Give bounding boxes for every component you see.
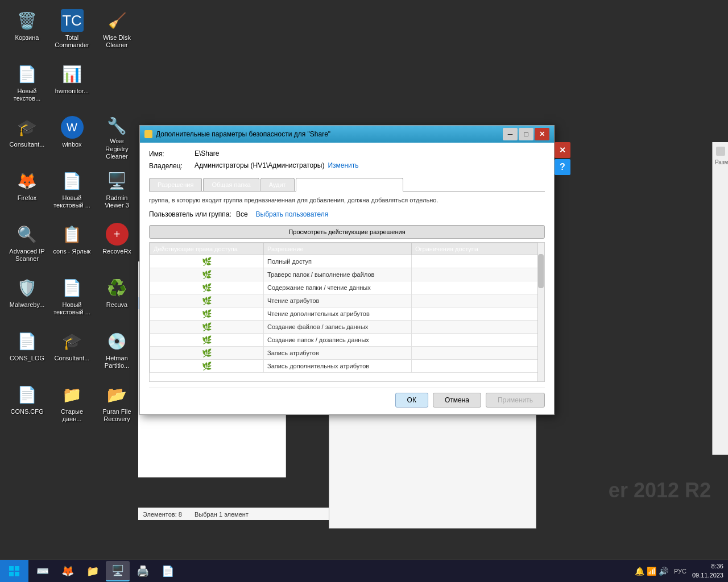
tray-icon-1: 🔔 bbox=[635, 567, 644, 576]
name-label: Имя: bbox=[149, 149, 195, 158]
dialog-titlebar: Дополнительные параметры безопасности дл… bbox=[140, 126, 554, 143]
icon-cons-cfg[interactable]: 📄 CONS.CFG bbox=[6, 380, 48, 431]
perm-row-4-restrict bbox=[412, 307, 544, 321]
dialog-minimize-button[interactable]: ─ bbox=[503, 128, 518, 140]
icon-cons-log[interactable]: 📄 CONS_LOG bbox=[6, 326, 48, 377]
icon-total-commander[interactable]: TC Total Commander bbox=[51, 6, 93, 57]
icon-newtext-label: Новый текстов... bbox=[8, 88, 46, 102]
icon-olddata-label: Старые данн... bbox=[53, 408, 91, 423]
dialog-title-text: Дополнительные параметры безопасности дл… bbox=[156, 130, 503, 138]
icon-wrc-label: Wise Registry Cleaner bbox=[98, 138, 136, 160]
tab-permissions[interactable]: Разрешения bbox=[149, 178, 202, 191]
perm-row-6-label: Создание папок / дозапись данных bbox=[264, 334, 412, 347]
taskbar-active[interactable]: 🖥️ bbox=[106, 561, 130, 581]
perm-row-8: 🌿 Запись дополнительных атрибутов bbox=[150, 360, 544, 373]
tab-audit[interactable]: Аудит bbox=[260, 178, 295, 191]
svg-rect-0 bbox=[9, 566, 14, 571]
dialog-controls: ─ □ ✕ bbox=[503, 128, 549, 140]
taskbar-cmd[interactable]: ⌨️ bbox=[31, 561, 55, 581]
icon-old-data[interactable]: 📁 Старые данн... bbox=[51, 380, 93, 431]
tab-shared-folder[interactable]: Общая папка bbox=[203, 178, 259, 191]
view-permissions-button[interactable]: Просмотреть действующие разрешения bbox=[149, 225, 545, 239]
cons-icon: 📋 bbox=[61, 223, 84, 246]
dialog-name-field: Имя: E\Share bbox=[149, 149, 545, 158]
icon-consultant2-label: Consultant... bbox=[55, 355, 90, 362]
icon-firefox[interactable]: 🦊 Firefox bbox=[6, 166, 48, 217]
dialog-info-text: группа, в которую входит группа предназн… bbox=[149, 196, 545, 205]
security-dialog: Дополнительные параметры безопасности дл… bbox=[139, 125, 555, 415]
taskbar-printer[interactable]: 🖨️ bbox=[131, 561, 155, 581]
malwarebytes-icon: 🛡️ bbox=[16, 276, 39, 299]
icon-firefox-label: Firefox bbox=[18, 194, 37, 202]
sidebar-scroll-up bbox=[716, 147, 725, 156]
icon-consultant-label: Consultant... bbox=[10, 141, 45, 148]
perm-row-3-icon: 🌿 bbox=[150, 294, 264, 307]
perm-row-7: 🌿 Запись атрибутов bbox=[150, 347, 544, 360]
icon-hetman-label: Hetman Partitio... bbox=[98, 355, 136, 369]
winbox-icon: W bbox=[61, 116, 84, 139]
clock-date: 09.11.2023 bbox=[692, 571, 723, 580]
perm-row-3: 🌿 Чтение атрибутов bbox=[150, 294, 544, 307]
icon-consultant2[interactable]: 🎓 Consultant... bbox=[51, 326, 93, 377]
icon-cons-shortcut[interactable]: 📋 cons - Ярлык bbox=[51, 219, 93, 271]
taskbar-doc[interactable]: 📄 bbox=[156, 561, 180, 581]
user-group-value: Все bbox=[236, 210, 248, 218]
icon-advanced-ip[interactable]: 🔍 Advanced IP Scanner bbox=[6, 219, 48, 271]
icon-recuva[interactable]: ♻️ Recuva bbox=[96, 273, 138, 324]
new-text2-icon: 📄 bbox=[61, 169, 84, 192]
taskbar-firefox[interactable]: 🦊 bbox=[56, 561, 80, 581]
owner-value: Администраторы (HV1\Администраторы) bbox=[195, 161, 324, 169]
start-button[interactable] bbox=[0, 560, 28, 583]
outer-close-button[interactable]: ✕ bbox=[555, 142, 570, 158]
taskbar-clock: 8:36 09.11.2023 bbox=[692, 562, 723, 580]
perm-row-2-label: Содержание папки / чтение данных bbox=[264, 281, 412, 294]
icon-puran-label: Puran File Recovery bbox=[98, 408, 136, 423]
puran-icon: 📂 bbox=[106, 383, 129, 406]
help-button[interactable]: ? bbox=[555, 159, 570, 175]
icon-new-text[interactable]: 📄 Новый текстов... bbox=[6, 59, 48, 110]
perm-row-4-label: Чтение дополнительных атрибутов bbox=[264, 307, 412, 321]
taskbar-folder[interactable]: 📁 bbox=[81, 561, 105, 581]
table-scrollbar[interactable] bbox=[537, 243, 544, 381]
icon-hwmonitor[interactable]: 📊 hwmonitor... bbox=[51, 59, 93, 110]
icon-conscfg-label: CONS.CFG bbox=[10, 408, 43, 415]
icon-winbox[interactable]: W winbox bbox=[51, 113, 93, 164]
perm-row-7-label: Запись атрибутов bbox=[264, 347, 412, 360]
btn-ok[interactable]: ОК bbox=[395, 393, 428, 408]
change-owner-link[interactable]: Изменить bbox=[328, 161, 358, 169]
btn-cancel[interactable]: Отмена bbox=[433, 393, 481, 408]
perm-row-0-restrict bbox=[412, 255, 544, 268]
name-value: E\Share bbox=[195, 149, 219, 157]
icon-consultant[interactable]: 🎓 Consultant... bbox=[6, 113, 48, 164]
icon-hetman[interactable]: 💿 Hetman Partitio... bbox=[96, 326, 138, 377]
firefox-icon: 🦊 bbox=[16, 169, 39, 192]
cons-cfg-icon: 📄 bbox=[16, 383, 39, 406]
icon-puran[interactable]: 📂 Puran File Recovery bbox=[96, 380, 138, 431]
perm-row-1: 🌿 Траверс папок / выполнение файлов bbox=[150, 268, 544, 281]
recoverx-icon: + bbox=[106, 223, 129, 246]
icon-wdc-label: Wise Disk Cleaner bbox=[98, 34, 136, 49]
perm-row-0: 🌿 Полный доступ bbox=[150, 255, 544, 268]
clock-time: 8:36 bbox=[692, 562, 723, 571]
icon-new-text2[interactable]: 📄 Новый текстовый ... bbox=[51, 166, 93, 217]
select-user-link[interactable]: Выбрать пользователя bbox=[256, 210, 329, 218]
total-commander-icon: TC bbox=[61, 9, 84, 32]
icon-recoverx[interactable]: + RecoveRx bbox=[96, 219, 138, 271]
perm-row-6: 🌿 Создание папок / дозапись данных bbox=[150, 334, 544, 347]
icon-radmin[interactable]: 🖥️ Radmin Viewer 3 bbox=[96, 166, 138, 217]
icon-trash[interactable]: 🗑️ Корзина bbox=[6, 6, 48, 57]
icon-new-text3[interactable]: 📄 Новый текстовый ... bbox=[51, 273, 93, 324]
btn-apply[interactable]: Применить bbox=[486, 393, 545, 408]
dialog-maximize-button[interactable]: □ bbox=[519, 128, 533, 140]
icon-wise-disk-cleaner[interactable]: 🧹 Wise Disk Cleaner bbox=[96, 6, 138, 57]
tab-effective-rights[interactable]: Действующие права доступа bbox=[296, 178, 403, 192]
icon-hw-label: hwmonitor... bbox=[55, 88, 89, 95]
icon-cons-label: cons - Ярлык bbox=[53, 248, 91, 255]
hwmonitor-icon: 📊 bbox=[61, 63, 84, 85]
trash-icon: 🗑️ bbox=[16, 9, 39, 32]
icon-malwarebytes[interactable]: 🛡️ Malwareby... bbox=[6, 273, 48, 324]
dialog-close-button[interactable]: ✕ bbox=[535, 128, 549, 140]
perm-row-0-label: Полный доступ bbox=[264, 255, 412, 268]
cons-log-icon: 📄 bbox=[16, 330, 39, 352]
icon-wise-registry[interactable]: 🔧 Wise Registry Cleaner bbox=[96, 113, 138, 164]
